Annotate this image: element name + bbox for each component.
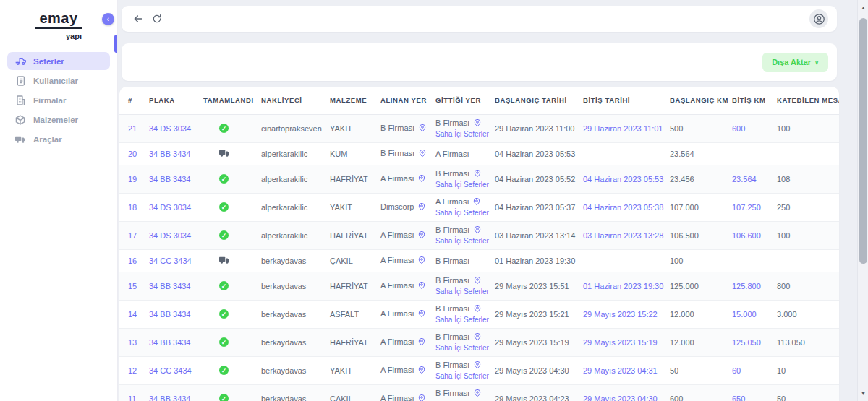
site-trips-link[interactable]: Saha İçi Seferler: [435, 344, 489, 352]
plate-link[interactable]: 34 BB 3434: [149, 338, 191, 347]
destination-cell: B FirmasıSaha İçi Seferler: [433, 272, 492, 300]
end-km-link[interactable]: 15.000: [732, 310, 757, 319]
plate-link[interactable]: 34 BB 3434: [149, 150, 191, 158]
start-km-cell: 23.456: [667, 165, 729, 193]
location-pin-icon[interactable]: [418, 149, 427, 159]
location-pin-icon[interactable]: [473, 169, 482, 179]
trip-id-link[interactable]: 20: [128, 150, 137, 158]
material-cell: HAFRİYAT: [327, 221, 378, 249]
site-trips-link[interactable]: Saha İçi Seferler: [435, 237, 489, 245]
trip-id-link[interactable]: 19: [128, 175, 137, 184]
site-trips-link[interactable]: Saha İçi Seferler: [435, 130, 489, 138]
col-header-gittigi-yer: GİTTİĞİ YER: [433, 87, 492, 114]
site-trips-link[interactable]: Saha İçi Seferler: [435, 372, 489, 380]
location-pin-icon[interactable]: [473, 389, 482, 399]
sidebar-collapse-button[interactable]: ‹: [102, 13, 114, 25]
end-km-link[interactable]: 106.600: [732, 231, 761, 240]
location-pin-icon[interactable]: [473, 225, 482, 236]
end-km-link[interactable]: 125.800: [732, 282, 761, 290]
location-pin-icon[interactable]: [417, 230, 426, 241]
plate-link[interactable]: 34 BB 3434: [149, 282, 191, 290]
plate-link[interactable]: 34 DS 3034: [149, 124, 191, 133]
col-header-plaka: PLAKA: [146, 87, 200, 114]
trip-id-link[interactable]: 14: [128, 310, 137, 319]
location-pin-icon[interactable]: [417, 281, 426, 291]
trip-id-link[interactable]: 13: [128, 338, 137, 347]
distance-cell: 100: [774, 221, 839, 249]
user-avatar-button[interactable]: [809, 9, 828, 28]
sidebar-item-label: Malzemeler: [33, 116, 78, 124]
table-body: 2134 DS 3034✓cinartopraksevenYAKITB Firm…: [119, 114, 839, 401]
plate-link[interactable]: 34 CC 3434: [149, 256, 192, 265]
completed-status-cell: ✓: [200, 300, 258, 328]
refresh-button[interactable]: [149, 11, 165, 27]
plate-link[interactable]: 34 DS 3034: [149, 231, 191, 240]
carrier-cell: alperkarakilic: [258, 142, 327, 165]
col-header-nakliyeci: NAKLİYECİ: [258, 87, 327, 114]
end-date-link[interactable]: 29 Mayıs 2023 15:22: [583, 310, 658, 319]
end-date-link[interactable]: 03 Haziran 2023 13:28: [583, 231, 663, 240]
plate-link[interactable]: 34 BB 3434: [149, 394, 191, 401]
end-km-link[interactable]: 125.050: [732, 338, 761, 347]
distance-cell: 50: [774, 384, 839, 401]
location-pin-icon[interactable]: [473, 118, 482, 129]
sidebar-item-araclar[interactable]: Araçlar: [7, 131, 110, 148]
location-pin-icon[interactable]: [473, 304, 482, 314]
end-date-link[interactable]: 29 Mayıs 2023 15:19: [583, 338, 658, 347]
sidebar-item-firmalar[interactable]: Firmalar: [7, 92, 110, 109]
site-trips-link[interactable]: Saha İçi Seferler: [435, 288, 489, 296]
end-date-link[interactable]: 29 Mayıs 2023 04:31: [583, 366, 658, 375]
end-km-link[interactable]: 600: [732, 124, 745, 133]
end-km-link[interactable]: 107.250: [732, 203, 761, 212]
sidebar-item-seferler[interactable]: Seferler: [7, 52, 110, 70]
location-pin-icon[interactable]: [473, 332, 482, 342]
scroll-up-arrow[interactable]: ▲: [858, 2, 868, 13]
location-pin-icon[interactable]: [417, 256, 426, 266]
end-date-link[interactable]: 29 Mayıs 2023 04:30: [583, 394, 658, 401]
end-km-link[interactable]: 23.564: [732, 175, 757, 184]
scrollbar-thumb[interactable]: [859, 18, 867, 264]
end-date-link[interactable]: 29 Haziran 2023 11:01: [583, 124, 663, 133]
sidebar-item-label: Kullanıcılar: [33, 77, 78, 85]
end-date-link[interactable]: 01 Haziran 2023 19:30: [583, 282, 663, 290]
plate-link[interactable]: 34 DS 3034: [149, 203, 191, 212]
trip-id-link[interactable]: 21: [128, 124, 137, 133]
plate-link[interactable]: 34 BB 3434: [149, 175, 191, 184]
trip-id-link[interactable]: 15: [128, 282, 137, 290]
site-trips-link[interactable]: Saha İçi Seferler: [435, 316, 489, 324]
distance-cell: 100: [774, 114, 839, 142]
end-date-link[interactable]: 04 Haziran 2023 05:38: [583, 203, 663, 212]
end-date-link[interactable]: 04 Haziran 2023 05:53: [583, 175, 663, 184]
location-pin-icon[interactable]: [417, 337, 426, 348]
sidebar-item-kullanicilar[interactable]: Kullanıcılar: [7, 72, 110, 90]
end-km-link[interactable]: 60: [732, 366, 741, 375]
distance-cell: 250: [774, 193, 839, 221]
location-pin-icon[interactable]: [417, 366, 426, 376]
trip-id-link[interactable]: 18: [128, 203, 137, 212]
table-row: 2034 BB 3434alperkarakilicKUMB FirmasıA …: [119, 142, 839, 165]
plate-link[interactable]: 34 CC 3434: [149, 366, 192, 375]
location-pin-icon[interactable]: [418, 124, 427, 134]
site-trips-link[interactable]: Saha İçi Seferler: [435, 181, 489, 189]
trip-id-link[interactable]: 11: [128, 394, 136, 401]
back-button[interactable]: [130, 11, 146, 27]
location-pin-icon[interactable]: [473, 361, 482, 371]
trip-id-link[interactable]: 12: [128, 366, 137, 375]
material-cell: ÇAKIL: [327, 249, 378, 272]
scroll-down-arrow[interactable]: ▼: [858, 388, 868, 399]
plate-link[interactable]: 34 BB 3434: [149, 310, 191, 319]
location-pin-icon[interactable]: [472, 197, 481, 207]
location-pin-icon[interactable]: [417, 202, 426, 212]
end-km-link[interactable]: 650: [732, 394, 745, 401]
location-pin-icon[interactable]: [417, 174, 426, 184]
trip-id-link[interactable]: 17: [128, 231, 137, 240]
companies-icon: [14, 95, 26, 106]
location-pin-icon[interactable]: [473, 276, 482, 286]
in-progress-truck-icon: [219, 150, 230, 159]
trip-id-link[interactable]: 16: [128, 256, 137, 265]
location-pin-icon[interactable]: [417, 394, 426, 401]
location-pin-icon[interactable]: [417, 309, 426, 319]
sidebar-item-malzemeler[interactable]: Malzemeler: [7, 111, 110, 129]
site-trips-link[interactable]: Saha İçi Seferler: [435, 209, 489, 217]
export-button[interactable]: Dışa Aktar ∨: [762, 53, 828, 72]
